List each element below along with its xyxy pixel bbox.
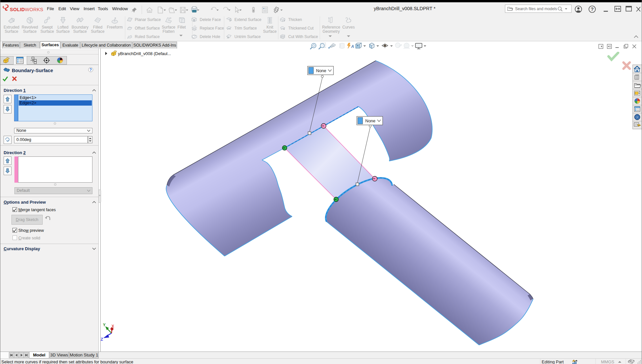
svg-text:Y: Y (103, 323, 106, 327)
svg-text:None: None (316, 68, 326, 73)
svg-text:?: ? (591, 6, 593, 12)
svg-text:Z: Z (101, 337, 103, 342)
svg-text:X: X (111, 324, 114, 329)
svg-text:!: ! (573, 360, 574, 362)
svg-text:A: A (351, 44, 354, 49)
svg-text:None: None (365, 118, 375, 123)
